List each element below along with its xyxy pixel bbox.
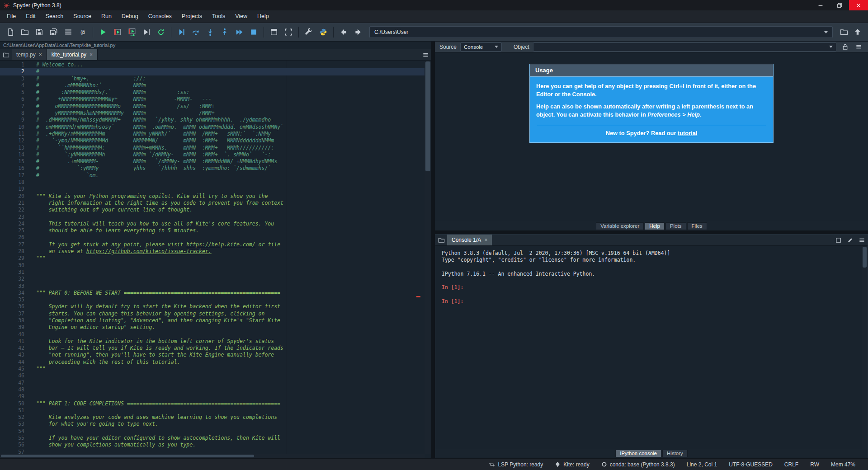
line-number[interactable]: 27 bbox=[0, 241, 24, 248]
code-line[interactable]: 56 show you completions automatically as… bbox=[0, 442, 425, 448]
run-selection-button[interactable] bbox=[140, 25, 153, 39]
line-number[interactable]: 23 bbox=[0, 214, 24, 221]
line-number[interactable]: 26 bbox=[0, 234, 24, 241]
code-line[interactable]: 24 This tutorial will teach you how to u… bbox=[0, 221, 425, 227]
menu-view[interactable]: View bbox=[230, 10, 252, 23]
code-line[interactable]: 4# .mMMMMMNho:` NMMm bbox=[0, 82, 425, 89]
inspect-button[interactable] bbox=[844, 235, 856, 245]
code-line[interactable]: 11# .+dMMMy/mMMMMMMMMMm- NMMm-yNMMh/` mM… bbox=[0, 131, 425, 137]
code-line[interactable]: 32 bbox=[0, 276, 425, 282]
debug-file-button[interactable] bbox=[175, 25, 188, 39]
line-number[interactable]: 25 bbox=[0, 227, 24, 234]
rerun-cell-button[interactable] bbox=[154, 25, 168, 39]
code-line[interactable]: 9# .dMMMMMMMm/hmhssydmMMMM+ NMMm `/yhhy.… bbox=[0, 117, 425, 123]
code-line[interactable]: 2# bbox=[0, 68, 425, 75]
line-number[interactable]: 28 bbox=[0, 248, 24, 255]
code-line[interactable]: 45""" bbox=[0, 366, 425, 372]
line-number[interactable]: 20 bbox=[0, 193, 24, 200]
scrollbar-thumb[interactable] bbox=[425, 61, 430, 171]
tab-close-icon[interactable]: × bbox=[484, 237, 487, 243]
code-line[interactable]: 8# yMMMMMMMNshmNMMMMMMMMy NMMm /MMM+ bbox=[0, 110, 425, 117]
browse-tabs-button[interactable] bbox=[435, 235, 447, 245]
step-over-button[interactable] bbox=[189, 25, 203, 39]
run-file-button[interactable] bbox=[96, 25, 110, 39]
interrupt-kernel-button[interactable] bbox=[832, 235, 844, 245]
code-line[interactable]: 57 bbox=[0, 449, 425, 454]
pane-tab-history[interactable]: History bbox=[662, 450, 688, 457]
line-number[interactable]: 21 bbox=[0, 200, 24, 207]
line-number[interactable]: 15 bbox=[0, 158, 24, 165]
code-line[interactable]: 55 If you have your editor configured to… bbox=[0, 435, 425, 442]
code-line[interactable]: 1# Welcome to... bbox=[0, 61, 425, 68]
code-line[interactable]: 31 bbox=[0, 269, 425, 276]
pane-tab-plots[interactable]: Plots bbox=[665, 222, 686, 230]
code-line[interactable]: 7# oMMMMMMMMMMMMMMMMMMMo NMMm /ss/ :MMM+ bbox=[0, 103, 425, 110]
editor-vertical-scrollbar[interactable] bbox=[425, 61, 431, 454]
code-line[interactable]: 51 bbox=[0, 407, 425, 414]
maximize-pane-button[interactable] bbox=[267, 25, 281, 39]
code-line[interactable]: 30 bbox=[0, 262, 425, 269]
minimize-button[interactable] bbox=[811, 0, 830, 10]
line-number[interactable]: 5 bbox=[0, 89, 24, 96]
editor-tab[interactable]: kite_tutorial.py× bbox=[47, 49, 98, 60]
code-line[interactable]: 41 Look for the Kite indicator in the bo… bbox=[0, 338, 425, 345]
console-options-menu-button[interactable] bbox=[856, 235, 868, 245]
code-line[interactable]: 23 bbox=[0, 214, 425, 221]
pane-tab-help[interactable]: Help bbox=[645, 222, 665, 230]
pane-tab-ipython-console[interactable]: IPython console bbox=[615, 450, 661, 457]
code-line[interactable]: 43 "not running", then you'll have to st… bbox=[0, 352, 425, 358]
editor-options-menu-button[interactable] bbox=[420, 49, 431, 60]
line-number[interactable]: 4 bbox=[0, 82, 24, 89]
code-line[interactable]: 12# `-ymo/NMMMMMMMMMMd NMMMMMN/ mMMN :MM… bbox=[0, 137, 425, 144]
line-number[interactable]: 8 bbox=[0, 110, 24, 117]
line-number[interactable]: 30 bbox=[0, 262, 24, 269]
close-button[interactable] bbox=[849, 0, 868, 10]
line-number[interactable]: 54 bbox=[0, 428, 24, 435]
line-number[interactable]: 53 bbox=[0, 421, 24, 428]
working-directory-combobox[interactable]: C:\Users\User bbox=[369, 26, 833, 38]
line-number[interactable]: 1 bbox=[0, 61, 24, 68]
line-number[interactable]: 17 bbox=[0, 172, 24, 179]
save-file-button[interactable] bbox=[33, 25, 46, 39]
scrollbar-thumb[interactable] bbox=[863, 247, 867, 268]
code-line[interactable]: 19 bbox=[0, 186, 425, 193]
code-line[interactable]: 26 bbox=[0, 234, 425, 241]
new-file-button[interactable] bbox=[4, 25, 17, 39]
code-line[interactable]: 49 bbox=[0, 393, 425, 400]
line-number[interactable]: 35 bbox=[0, 296, 24, 303]
open-file-button[interactable] bbox=[18, 25, 32, 39]
browse-working-directory-button[interactable] bbox=[837, 25, 851, 39]
code-line[interactable]: 25 should be able to learn everything in… bbox=[0, 227, 425, 234]
object-combobox[interactable] bbox=[533, 42, 836, 52]
line-number[interactable]: 37 bbox=[0, 310, 24, 317]
line-number[interactable]: 47 bbox=[0, 380, 24, 386]
line-number[interactable]: 48 bbox=[0, 386, 24, 393]
line-number[interactable]: 10 bbox=[0, 124, 24, 131]
menu-tools[interactable]: Tools bbox=[207, 10, 230, 23]
code-line[interactable]: 33 bbox=[0, 283, 425, 290]
code-line[interactable]: 27 If you get stuck at any point, please… bbox=[0, 241, 425, 248]
line-number[interactable]: 40 bbox=[0, 331, 24, 338]
menu-source[interactable]: Source bbox=[68, 10, 96, 23]
line-number[interactable]: 14 bbox=[0, 151, 24, 158]
line-number[interactable]: 29 bbox=[0, 255, 24, 262]
code-line[interactable]: 3# `hmy+. ://: bbox=[0, 75, 425, 82]
line-number[interactable]: 44 bbox=[0, 359, 24, 366]
line-number[interactable]: 55 bbox=[0, 435, 24, 442]
console-vertical-scrollbar[interactable] bbox=[862, 246, 868, 449]
editor-horizontal-scrollbar[interactable] bbox=[0, 454, 425, 458]
horizontal-splitter[interactable] bbox=[435, 230, 868, 234]
code-line[interactable]: 37 starts. You can change this behavior … bbox=[0, 310, 425, 317]
code-line[interactable]: 46 bbox=[0, 372, 425, 379]
line-number[interactable]: 42 bbox=[0, 345, 24, 352]
line-number[interactable]: 24 bbox=[0, 221, 24, 227]
line-number[interactable]: 6 bbox=[0, 96, 24, 103]
scrollbar-thumb[interactable] bbox=[1, 455, 254, 457]
line-number[interactable]: 56 bbox=[0, 442, 24, 448]
menu-search[interactable]: Search bbox=[41, 10, 69, 23]
line-number[interactable]: 22 bbox=[0, 207, 24, 213]
code-line[interactable]: 50""" PART 1: CODE COMPLETIONS =========… bbox=[0, 400, 425, 407]
menu-run[interactable]: Run bbox=[96, 10, 117, 23]
line-number[interactable]: 45 bbox=[0, 366, 24, 372]
code-line[interactable]: 44 proceeding with the rest of this tuto… bbox=[0, 359, 425, 366]
